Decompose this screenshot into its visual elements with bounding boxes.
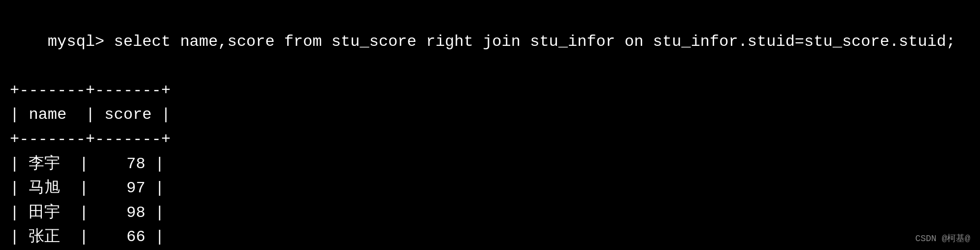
table-header: | name | score | [10, 103, 970, 127]
table-row: | 李宇 | 78 | [10, 152, 970, 177]
table-row: | 张正 | 66 | [10, 225, 970, 250]
separator-top: +-------+-------+ [10, 78, 970, 103]
separator-mid: +-------+-------+ [10, 127, 970, 152]
prompt: mysql> [48, 33, 104, 51]
table-row: | 马旭 | 97 | [10, 176, 970, 201]
watermark: CSDN @柯基@ [915, 232, 970, 244]
terminal-container: mysql> select name,score from stu_score … [10, 5, 970, 250]
command: select name,score from stu_score right j… [104, 33, 955, 51]
command-line: mysql> select name,score from stu_score … [10, 5, 970, 78]
table-row: | 田宇 | 98 | [10, 201, 970, 225]
